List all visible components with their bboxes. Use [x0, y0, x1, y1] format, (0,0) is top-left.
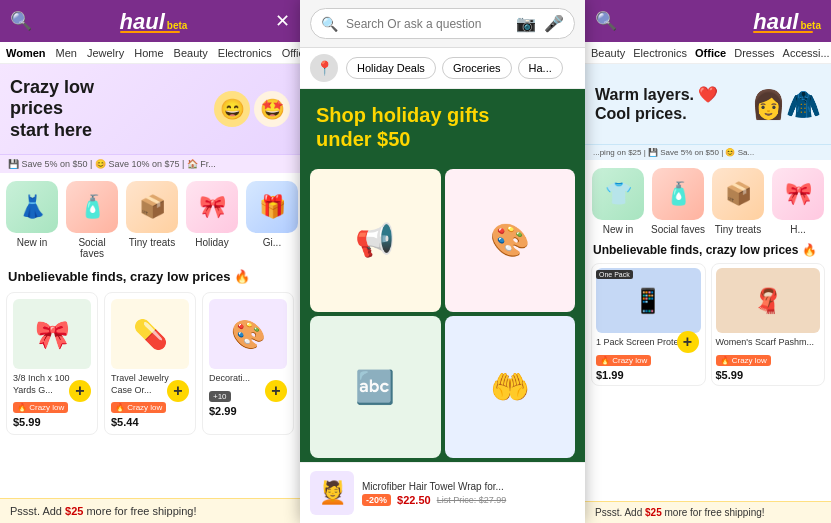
- category-tiny-label: Tiny treats: [129, 237, 175, 248]
- bottom-product-price: $22.50: [397, 494, 431, 506]
- discount-badge: -20%: [362, 494, 391, 506]
- fire-icon: 🔥: [234, 269, 250, 284]
- left-search-icon[interactable]: 🔍: [10, 10, 32, 32]
- category-new-in[interactable]: 👗 New in: [6, 181, 58, 259]
- nav-item-women[interactable]: Women: [6, 47, 46, 59]
- heart-icon: ❤️: [698, 86, 718, 103]
- search-icon: 🔍: [321, 16, 338, 32]
- left-free-shipping: Pssst. Add $25 more for free shipping!: [0, 498, 300, 523]
- filter-holiday-deals[interactable]: Holiday Deals: [346, 57, 436, 79]
- right-category-social-label: Social faves: [651, 224, 705, 235]
- bottom-product-list-price: List Price: $27.99: [437, 495, 507, 505]
- nav-item-home[interactable]: Home: [134, 47, 163, 59]
- bottom-product-info: Microfiber Hair Towel Wrap for... -20% $…: [362, 481, 575, 506]
- right-nav-bar: Beauty Electronics Office Dresses Access…: [585, 42, 831, 64]
- right-category-row: 👕 New in 🧴 Social faves 📦 Tiny treats 🎀 …: [585, 160, 831, 239]
- bottom-product-thumb: 💆: [310, 471, 354, 515]
- right-nav-accessi[interactable]: Accessi...: [783, 47, 830, 59]
- right-product-title-1: Women's Scarf Pashm...: [716, 337, 821, 349]
- left-category-row: 👗 New in 🧴 Social faves 📦 Tiny treats 🎀 …: [0, 173, 300, 263]
- nav-item-office[interactable]: Office: [282, 47, 300, 59]
- product-price-2: $2.99: [209, 405, 287, 417]
- product-img-1: 💊: [111, 299, 189, 369]
- one-pack-badge: One Pack: [596, 270, 633, 279]
- mic-icon[interactable]: 🎤: [544, 14, 564, 33]
- holiday-product-2: 🔤: [310, 316, 441, 459]
- nav-item-men[interactable]: Men: [56, 47, 77, 59]
- category-holiday-img: 🎀: [186, 181, 238, 233]
- center-panel: 🔍 Search Or ask a question 📷 🎤 📍 Holiday…: [300, 0, 585, 523]
- nav-item-electronics[interactable]: Electronics: [218, 47, 272, 59]
- right-category-tiny-label: Tiny treats: [715, 224, 761, 235]
- right-nav-office[interactable]: Office: [695, 47, 726, 59]
- right-fire-icon: 🔥: [802, 243, 817, 257]
- product-add-btn-1[interactable]: +: [167, 380, 189, 402]
- right-category-h-img: 🎀: [772, 168, 824, 220]
- product-add-btn-2[interactable]: +: [265, 380, 287, 402]
- right-category-new-in[interactable]: 👕 New in: [591, 168, 645, 235]
- right-crazy-low-1: 🔥 Crazy low: [716, 355, 771, 366]
- filter-ha[interactable]: Ha...: [518, 57, 563, 79]
- category-holiday[interactable]: 🎀 Holiday: [186, 181, 238, 259]
- center-product-grid: 📢 🎨 🔤 🤲: [300, 165, 585, 462]
- emoji-happy: 😄: [214, 91, 250, 127]
- left-header: 🔍 haul beta ✕: [0, 0, 300, 42]
- left-section-title: Unbelievable finds, crazy low prices 🔥: [0, 263, 300, 288]
- category-tiny-img: 📦: [126, 181, 178, 233]
- category-social-faves[interactable]: 🧴 Social faves: [66, 181, 118, 259]
- right-beta-label: beta: [800, 20, 821, 31]
- right-hero-heading: Warm layers. ❤️ Cool prices.: [595, 85, 718, 123]
- right-savings-ticker: ...ping on $25 | 💾 Save 5% on $50 | 😊 Sa…: [585, 144, 831, 160]
- camera-icon[interactable]: 📷: [516, 14, 536, 33]
- category-new-in-img: 👗: [6, 181, 58, 233]
- right-product-card-1: 🧣 Women's Scarf Pashm... 🔥 Crazy low $5.…: [711, 263, 826, 386]
- right-product-grid: 📱 One Pack + 1 Pack Screen Protect... 🔥 …: [585, 259, 831, 390]
- category-tiny-treats[interactable]: 📦 Tiny treats: [126, 181, 178, 259]
- holiday-product-3: 🤲: [445, 316, 576, 459]
- right-crazy-low-0: 🔥 Crazy low: [596, 355, 651, 366]
- right-category-tiny[interactable]: 📦 Tiny treats: [711, 168, 765, 235]
- right-panel: 🔍 haul beta Beauty Electronics Office Dr…: [585, 0, 831, 523]
- center-bottom-product: 💆 Microfiber Hair Towel Wrap for... -20%…: [300, 462, 585, 523]
- category-gift-img: 🎁: [246, 181, 298, 233]
- location-pin[interactable]: 📍: [310, 54, 338, 82]
- left-hero-emojis: 😄 🤩: [214, 91, 290, 127]
- nav-item-beauty[interactable]: Beauty: [174, 47, 208, 59]
- right-product-card-0: 📱 One Pack + 1 Pack Screen Protect... 🔥 …: [591, 263, 706, 386]
- filter-groceries[interactable]: Groceries: [442, 57, 512, 79]
- right-product-price-1: $5.99: [716, 369, 821, 381]
- left-savings-ticker: 💾 Save 5% on $50 | 😊 Save 10% on $75 | 🏠…: [0, 154, 300, 173]
- product-add-btn-0[interactable]: +: [69, 380, 91, 402]
- right-category-social[interactable]: 🧴 Social faves: [651, 168, 705, 235]
- right-product-add-btn-0[interactable]: +: [677, 331, 699, 353]
- left-logo-container: haul beta: [120, 9, 188, 33]
- right-category-new-in-img: 👕: [592, 168, 644, 220]
- right-savings-text: ...ping on $25 | 💾 Save 5% on $50 | 😊 Sa…: [593, 148, 754, 157]
- right-nav-beauty[interactable]: Beauty: [591, 47, 625, 59]
- right-product-img-1: 🧣: [716, 268, 821, 333]
- right-nav-electronics[interactable]: Electronics: [633, 47, 687, 59]
- right-nav-dresses[interactable]: Dresses: [734, 47, 774, 59]
- search-input[interactable]: Search Or ask a question: [346, 17, 508, 31]
- shipping-amount: $25: [65, 505, 83, 517]
- nav-item-jewelry[interactable]: Jewelry: [87, 47, 124, 59]
- right-product-emoji-0: 📱: [633, 287, 663, 315]
- right-product-price-0: $1.99: [596, 369, 701, 381]
- right-category-h-label: H...: [790, 224, 806, 235]
- right-category-h[interactable]: 🎀 H...: [771, 168, 825, 235]
- category-gift[interactable]: 🎁 Gi...: [246, 181, 298, 259]
- left-product-grid: 🎀 + 3/8 Inch x 100 Yards G... 🔥 Crazy lo…: [0, 288, 300, 439]
- right-search-icon[interactable]: 🔍: [595, 10, 617, 32]
- right-hero-person-emojis: 👩🧥: [751, 88, 821, 121]
- left-logo-text: haul: [120, 9, 165, 35]
- right-hero-text: Warm layers. ❤️ Cool prices.: [595, 85, 718, 123]
- center-filter-bar: 📍 Holiday Deals Groceries Ha...: [300, 48, 585, 89]
- category-social-img: 🧴: [66, 181, 118, 233]
- right-category-social-img: 🧴: [652, 168, 704, 220]
- search-box[interactable]: 🔍 Search Or ask a question 📷 🎤: [310, 8, 575, 39]
- left-close-icon[interactable]: ✕: [275, 10, 290, 32]
- crazy-low-badge-0: 🔥 Crazy low: [13, 402, 68, 413]
- product-price-0: $5.99: [13, 416, 91, 428]
- right-category-tiny-img: 📦: [712, 168, 764, 220]
- center-search-bar: 🔍 Search Or ask a question 📷 🎤: [300, 0, 585, 48]
